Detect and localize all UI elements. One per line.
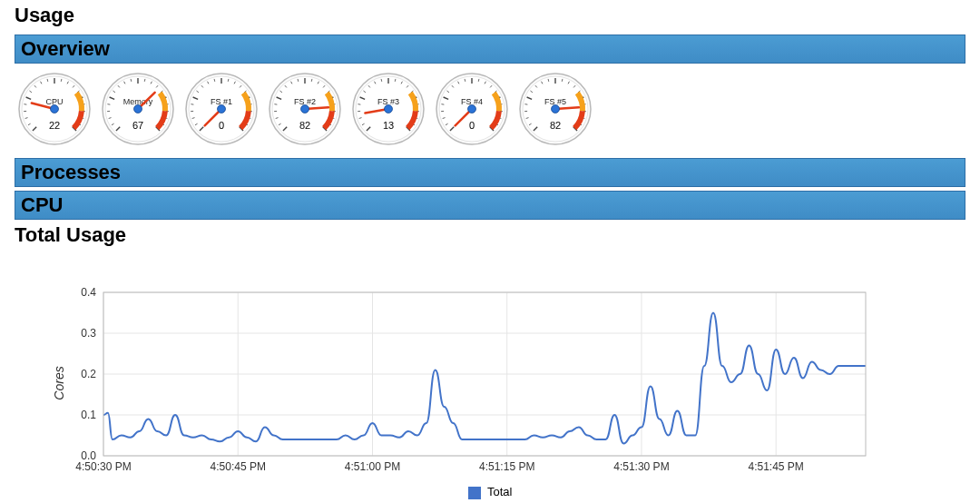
svg-point-160 bbox=[468, 105, 476, 113]
legend-label: Total bbox=[487, 485, 512, 498]
gauge-fs-2: FS #2 82 bbox=[269, 73, 341, 149]
chart-legend: Total bbox=[15, 483, 965, 499]
chart-title: Total Usage bbox=[15, 223, 965, 247]
section-processes: Processes bbox=[15, 158, 965, 187]
legend-swatch-icon bbox=[468, 487, 481, 499]
svg-text:4:51:30 PM: 4:51:30 PM bbox=[613, 460, 669, 473]
svg-text:67: 67 bbox=[132, 120, 143, 131]
svg-point-106 bbox=[301, 105, 309, 113]
svg-text:4:51:45 PM: 4:51:45 PM bbox=[748, 460, 803, 473]
svg-text:4:50:30 PM: 4:50:30 PM bbox=[75, 460, 131, 473]
gauge-fs-4: FS #4 0 bbox=[436, 73, 508, 149]
svg-text:0: 0 bbox=[219, 120, 224, 131]
svg-text:0.3: 0.3 bbox=[81, 327, 96, 340]
svg-text:22: 22 bbox=[49, 120, 60, 131]
section-cpu: CPU bbox=[15, 191, 965, 220]
y-axis-label: Cores bbox=[52, 366, 66, 399]
svg-point-79 bbox=[218, 105, 226, 113]
gauge-fs-1: FS #1 0 bbox=[185, 73, 258, 149]
svg-text:13: 13 bbox=[383, 120, 394, 131]
gauge-row: CPU 22 Memory 67 FS #1 0 FS #2 82 bbox=[15, 64, 965, 158]
section-overview: Overview bbox=[15, 35, 965, 64]
svg-point-52 bbox=[134, 105, 142, 113]
gauge-memory: Memory 67 bbox=[102, 73, 174, 149]
svg-point-133 bbox=[385, 105, 393, 113]
svg-point-187 bbox=[552, 105, 560, 113]
gauge-cpu: CPU 22 bbox=[18, 73, 91, 149]
svg-text:0.1: 0.1 bbox=[81, 409, 96, 421]
page-title: Usage bbox=[15, 4, 965, 27]
svg-point-25 bbox=[51, 105, 59, 113]
svg-text:0.2: 0.2 bbox=[81, 368, 96, 380]
svg-text:4:50:45 PM: 4:50:45 PM bbox=[211, 460, 266, 473]
svg-text:82: 82 bbox=[550, 120, 561, 131]
svg-text:4:51:15 PM: 4:51:15 PM bbox=[479, 460, 534, 473]
svg-text:4:51:00 PM: 4:51:00 PM bbox=[345, 460, 400, 473]
svg-text:0.4: 0.4 bbox=[81, 286, 96, 299]
line-chart: 0.00.10.20.30.44:50:30 PM4:50:45 PM4:51:… bbox=[58, 283, 875, 483]
gauge-fs-3: FS #3 13 bbox=[352, 73, 425, 149]
gauge-fs-5: FS #5 82 bbox=[519, 73, 592, 149]
svg-text:82: 82 bbox=[299, 120, 310, 131]
svg-text:0: 0 bbox=[469, 120, 475, 131]
